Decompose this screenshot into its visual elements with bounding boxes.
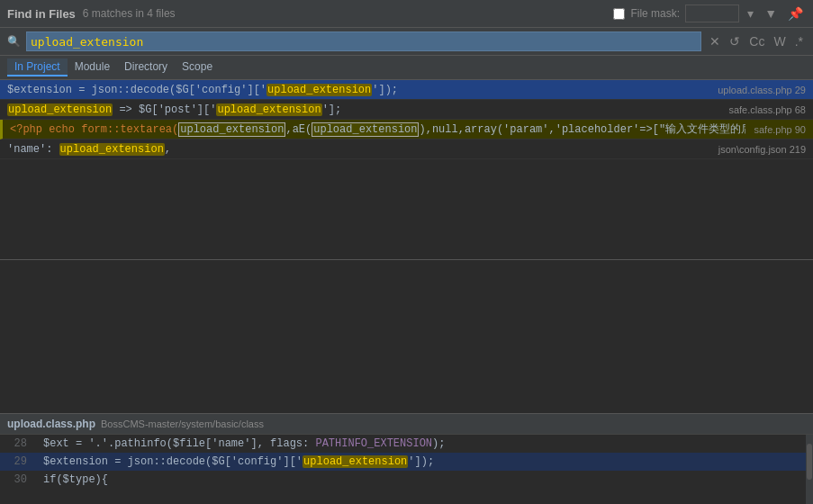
search-text: upload_extension [31,35,697,49]
result-code: upload_extension => $G['post']['upload_e… [7,104,719,116]
file-mask-checkbox[interactable] [613,8,625,20]
code-part: $extension = json::decode($G['config'][' [7,84,266,96]
tab-directory[interactable]: Directory [117,58,175,76]
results-container[interactable]: $extension = json::decode($G['config']['… [0,80,813,260]
code-part: decode [167,455,205,468]
code-highlight: upload_extension [216,104,321,116]
file-mask-label: File mask: [630,7,680,20]
pin-icon[interactable]: 📌 [785,4,806,22]
list-item: 29 $extension = json::decode($G['config'… [0,453,813,471]
regex-button[interactable]: .* [792,32,806,50]
code-part: $ext = '.'.pathinfo($file['name'], flags… [43,437,315,450]
tab-module[interactable]: Module [68,58,117,76]
line-content: $ext = '.'.pathinfo($file['name'], flags… [36,437,813,450]
header-bar: Find in Files 6 matches in 4 files File … [0,0,813,28]
scrollbar[interactable] [806,435,813,504]
result-code: 'name': upload_extension, [7,143,709,156]
code-part: , [165,143,171,156]
result-file: safe.php 90 [754,124,807,135]
line-number: 29 [0,455,36,468]
file-mask-input[interactable] [685,4,739,22]
search-icon: 🔍 [7,35,21,49]
table-row[interactable]: upload_extension => $G['post']['upload_e… [0,100,813,120]
code-highlight: upload_extension [178,122,285,137]
code-part: ,aE( [285,123,312,136]
result-file: safe.class.php 68 [728,104,806,115]
line-content: $extension = json::decode($G['config']['… [36,455,813,468]
preview-filename: upload.class.php [7,418,95,430]
file-mask-dropdown[interactable]: ▾ [745,4,756,22]
result-code: <?php echo form::textarea(upload_extensi… [10,122,745,137]
filter-icon[interactable]: ▼ [762,4,780,22]
scrollbar-thumb [807,444,812,480]
code-part: ']; [322,104,342,116]
code-highlight: upload_extension [266,84,372,96]
result-code: $extension = json::decode($G['config']['… [7,84,709,96]
line-number: 30 [0,473,36,486]
code-part: ),null,array('param','placeholder'=>["输入… [419,123,745,136]
result-file: upload.class.php 29 [718,85,806,95]
code-highlight: upload_extension [59,143,165,156]
code-highlight: upload_extension [7,104,113,116]
header-icons: File mask: ▾ ▼ 📌 [613,4,806,22]
line-number: 28 [0,437,36,450]
clear-button[interactable]: ✕ [707,32,723,50]
code-part: if($type){ [43,473,108,486]
search-actions: ✕ ↺ Cc W .* [707,32,806,50]
tab-in-project[interactable]: In Project [7,58,68,76]
match-count: 6 matches in 4 files [83,7,176,20]
line-content: if($type){ [36,473,813,486]
whole-word-button[interactable]: W [771,32,788,50]
code-part: => $G['post'][' [113,104,216,116]
code-part: ']); [372,84,398,96]
empty-area [0,260,813,413]
result-file: json\config.json 219 [718,144,806,155]
panel-title: Find in Files [7,7,76,21]
code-part: PATHINFO_EXTENSION [315,437,432,450]
case-sensitive-button[interactable]: Cc [746,32,767,50]
code-part: ); [432,437,445,450]
code-part: 'name': [7,143,59,156]
code-preview: 28 $ext = '.'.pathinfo($file['name'], fl… [0,435,813,504]
table-row[interactable]: <?php echo form::textarea(upload_extensi… [0,120,813,140]
refresh-button[interactable]: ↺ [727,32,743,50]
code-part: ']); [408,455,434,468]
search-input-wrapper[interactable]: upload_extension [26,32,701,51]
preview-header: upload.class.php BossCMS-master/system/b… [0,413,813,435]
code-part: ($G['config'][' [205,455,303,468]
preview-path: BossCMS-master/system/basic/class [101,418,264,429]
list-item: 30 if($type){ [0,471,813,489]
table-row[interactable]: $extension = json::decode($G['config']['… [0,80,813,100]
table-row[interactable]: 'name': upload_extension, json\config.js… [0,140,813,159]
code-highlight: upload_extension [303,455,408,468]
code-part: <?php echo form::textarea( [10,123,178,136]
code-part: $extension = json:: [43,455,167,468]
list-item: 28 $ext = '.'.pathinfo($file['name'], fl… [0,435,813,453]
code-highlight: upload_extension [312,122,419,137]
tabs-bar: In Project Module Directory Scope [0,56,813,80]
search-bar: 🔍 upload_extension ✕ ↺ Cc W .* [0,28,813,56]
tab-scope[interactable]: Scope [175,58,220,76]
